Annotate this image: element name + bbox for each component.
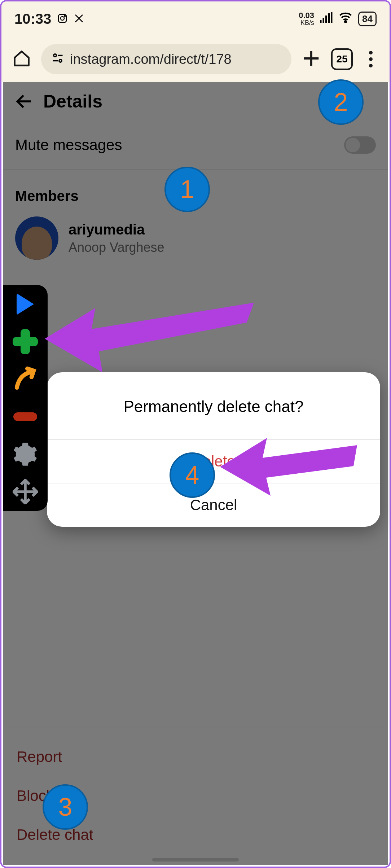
svg-point-2 (65, 15, 66, 16)
annotation-arrow-left (45, 301, 254, 377)
battery-indicator: 84 (358, 12, 377, 26)
svg-rect-5 (325, 16, 327, 23)
annotation-marker-1: 1 (164, 167, 210, 212)
svg-rect-3 (320, 20, 322, 23)
url-text: instagram.com/direct/t/178 (70, 52, 232, 67)
nav-indicator (152, 858, 239, 862)
annotation-marker-2: 2 (318, 79, 364, 125)
add-tool-icon[interactable] (13, 329, 38, 354)
play-tool-icon[interactable] (13, 291, 38, 317)
svg-rect-7 (331, 12, 333, 23)
status-bar: 10:33 0.03 KB/s 84 (1, 1, 390, 36)
address-bar[interactable]: instagram.com/direct/t/178 (41, 44, 291, 74)
no-location-icon (74, 11, 84, 27)
svg-rect-6 (328, 13, 330, 23)
svg-marker-18 (45, 303, 254, 372)
data-rate-indicator: 0.03 KB/s (299, 12, 314, 26)
svg-point-9 (54, 54, 57, 57)
status-time: 10:33 (14, 11, 51, 27)
remove-tool-icon[interactable] (13, 404, 38, 429)
svg-point-1 (61, 17, 64, 20)
move-tool-icon[interactable] (13, 479, 38, 504)
settings-tool-icon[interactable] (13, 442, 38, 467)
annotation-arrow-right (220, 438, 357, 496)
tab-switcher-button[interactable]: 25 (331, 48, 353, 70)
annotation-tool-palette[interactable] (3, 285, 48, 511)
svg-point-11 (59, 59, 62, 62)
annotation-marker-4: 4 (170, 452, 215, 498)
new-tab-button[interactable] (302, 49, 321, 70)
site-settings-icon[interactable] (51, 52, 64, 67)
dialog-title: Permanently delete chat? (47, 372, 380, 439)
svg-point-8 (345, 21, 347, 22)
browser-toolbar: instagram.com/direct/t/178 25 (1, 36, 390, 82)
signal-icon (320, 12, 333, 26)
arrow-tool-icon[interactable] (13, 367, 38, 392)
home-button[interactable] (12, 49, 31, 69)
wifi-icon (339, 12, 352, 26)
svg-marker-19 (220, 438, 357, 496)
browser-menu-button[interactable] (363, 51, 379, 67)
annotation-marker-3: 3 (43, 784, 88, 830)
instagram-icon (57, 11, 68, 27)
svg-rect-4 (323, 18, 325, 23)
